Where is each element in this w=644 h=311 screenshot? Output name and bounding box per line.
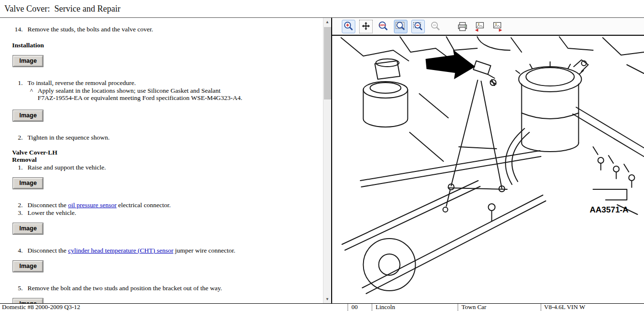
print-button[interactable] [456,20,469,33]
status-coverage: Domestic #8 2000-2009 Q3-12 [0,304,348,311]
main-split: 14. Remove the studs, the bolts and the … [0,18,644,303]
image-button[interactable]: Image [13,223,43,234]
step-text: Remove the bolt and the two studs and po… [28,284,222,292]
note-text: Apply sealant in the locations shown; us… [38,87,242,101]
status-make: Lincoln [372,304,458,311]
svg-text:100%: 100% [379,24,386,27]
note-marker: ^ [30,87,38,101]
note-line-2: F7AZ-19554-EA or equivalent meeting Ford… [38,94,242,101]
pointer-arrow [426,50,476,79]
zoom-in-button[interactable] [342,20,355,33]
step-number: 1. [11,79,23,86]
next-image-icon [491,21,503,32]
image-button[interactable]: Image [13,56,43,67]
step-text-pre: Disconnect the [28,247,68,254]
section-heading-removal: Removal [12,156,310,163]
print-icon [457,21,468,32]
cht-sensor-link[interactable]: cylinder head temperature (CHT) sensor [68,247,173,254]
step-text: Tighten in the sequence shown. [28,134,110,141]
image-toolbar: 100% [332,18,644,36]
step-text-post: jumper wire connector. [173,247,235,254]
status-engine: V8-4.6L VIN W [541,304,644,311]
section-heading-valve-cover-lh: Valve Cover-LH [12,149,310,156]
article-content: 14. Remove the studs, the bolts and the … [0,18,331,303]
note-line-1: Apply sealant in the locations shown; us… [38,87,221,94]
zoom-region-icon [412,21,424,32]
image-button-row: Image [13,110,310,121]
zoom-fit-icon [395,21,406,32]
zoom-100-icon: 100% [378,21,389,32]
step-text-post: electrical connector. [116,201,170,209]
step-item-install-2: 2. Tighten in the sequence shown. [11,134,310,141]
step-number: 4. [11,247,23,254]
scroll-up-button[interactable]: ▲ [323,18,331,26]
image-button-row: Image [13,223,310,234]
step-item-removal-4: 4. Disconnect the cylinder head temperat… [11,247,310,254]
scrollbar-thumb[interactable] [324,27,331,99]
image-button[interactable]: Image [13,298,43,303]
step-item-removal-3: 3. Lower the vehicle. [11,209,310,216]
diagram-label: AA3571-A [590,205,629,214]
step-text: Disconnect the cylinder head temperature… [28,247,235,254]
step-text: Raise and support the vehicle. [28,164,106,171]
image-button[interactable]: Image [13,178,43,189]
zoom-out-button[interactable] [429,20,442,33]
image-button-row: Image [13,178,310,189]
zoom-fit-button[interactable] [394,20,407,33]
step-text: Lower the vehicle. [28,209,76,216]
article-panel: 14. Remove the studs, the bolts and the … [0,18,332,303]
step-text: To install, reverse the removal procedur… [28,79,136,86]
step-number: 2. [11,201,23,209]
image-button-row: Image [13,298,310,303]
status-code: 00 [348,304,372,311]
zoom-out-icon [430,21,441,32]
previous-image-button[interactable] [473,20,487,33]
status-model: Town Car [458,304,541,311]
zoom-in-icon [343,21,354,32]
step-number: 3. [11,209,23,216]
step-number: 5. [11,284,23,292]
image-button[interactable]: Image [13,110,43,121]
oil-pressure-sensor-link[interactable]: oil pressure sensor [68,201,116,209]
pan-button[interactable] [359,20,373,33]
diagram-viewer[interactable]: AA3571-A [332,36,644,303]
step-item-install-1: 1. To install, reverse the removal proce… [11,79,310,86]
step-item-removal-1: 1. Raise and support the vehicle. [11,164,310,171]
step-item-removal-5: 5. Remove the bolt and the two studs and… [11,284,310,292]
step-item-14: 14. Remove the studs, the bolts and the … [11,26,310,33]
image-button-row: Image [13,56,310,67]
step-text-pre: Disconnect the [28,201,68,209]
step-text: Disconnect the oil pressure sensor elect… [28,201,171,209]
step-number: 1. [11,164,23,171]
page-title: Valve Cover: Service and Repair [4,4,120,14]
image-button-row: Image [13,261,310,272]
pan-icon [361,21,371,32]
scroll-down-button[interactable]: ▼ [323,295,331,303]
section-heading-installation: Installation [12,42,310,49]
image-button[interactable]: Image [13,261,43,272]
step-item-removal-2: 2. Disconnect the oil pressure sensor el… [11,201,310,209]
step-number: 2. [11,134,23,141]
zoom-100-button[interactable]: 100% [377,20,390,33]
engine-diagram: AA3571-A [332,36,644,303]
next-image-button[interactable] [490,20,504,33]
image-panel: 100% [332,18,644,303]
step-number: 14. [11,26,23,33]
status-bar: Domestic #8 2000-2009 Q3-12 00 Lincoln T… [0,303,644,311]
vertical-scrollbar[interactable]: ▲ ▼ [323,18,331,303]
sealant-note: ^ Apply sealant in the locations shown; … [11,87,310,101]
zoom-region-button[interactable] [411,20,425,33]
window-title-bar: Valve Cover: Service and Repair [0,0,644,18]
previous-image-icon [474,21,486,32]
step-text: Remove the studs, the bolts and the valv… [28,26,153,33]
